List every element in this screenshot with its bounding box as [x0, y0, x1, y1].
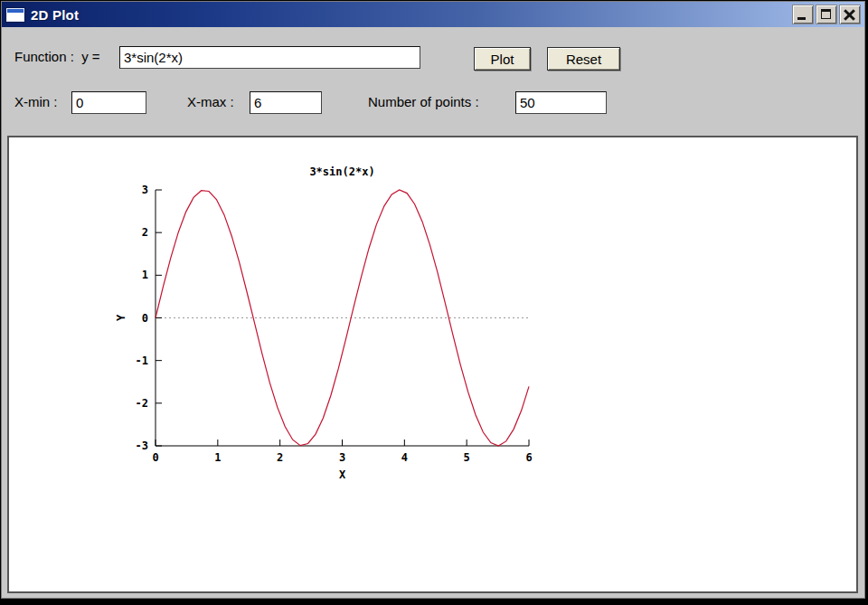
reset-button[interactable]: Reset: [547, 47, 620, 71]
close-icon: [840, 5, 860, 24]
xmin-label: X-min :: [14, 94, 58, 109]
x-axis-label: X: [339, 468, 346, 481]
chart-title: 3*sin(2*x): [309, 165, 374, 178]
x-tick-label: 4: [401, 451, 408, 464]
x-tick-label: 0: [152, 451, 158, 464]
points-label: Number of points :: [368, 94, 479, 109]
minimize-button[interactable]: [792, 5, 814, 24]
x-tick-label: 5: [464, 451, 470, 464]
plot-canvas: -3-2-1012301234563*sin(2*x)XY: [7, 136, 858, 593]
x-tick-label: 1: [214, 451, 221, 464]
y-tick-label: -2: [136, 397, 148, 410]
function-input[interactable]: [119, 46, 420, 69]
y-tick-label: 1: [142, 269, 148, 281]
plot-button[interactable]: Plot: [474, 47, 531, 71]
points-input[interactable]: [515, 91, 607, 114]
y-axis-label: Y: [115, 314, 127, 321]
xmax-input[interactable]: [250, 91, 322, 114]
x-tick-label: 6: [525, 451, 532, 464]
minimize-icon: [797, 17, 806, 20]
y-tick-label: 3: [142, 184, 148, 196]
function-label: Function : y =: [14, 49, 100, 64]
y-tick-label: -1: [136, 354, 148, 367]
xmax-label: X-max :: [187, 94, 234, 109]
maximize-button[interactable]: [816, 5, 837, 24]
maximize-icon: [821, 9, 831, 19]
titlebar-buttons: [792, 5, 861, 24]
y-tick-label: 2: [142, 226, 148, 239]
y-tick-label: -3: [136, 440, 148, 452]
window-title: 2D Plot: [31, 7, 792, 23]
app-window-icon-bar: [7, 9, 24, 13]
y-tick-label: 0: [142, 312, 148, 325]
titlebar[interactable]: 2D Plot: [2, 2, 864, 27]
app-window-icon: [5, 7, 25, 23]
x-tick-label: 2: [277, 451, 283, 464]
close-button[interactable]: [839, 5, 861, 24]
x-tick-label: 3: [339, 451, 345, 464]
function-plot: -3-2-1012301234563*sin(2*x)XY: [9, 137, 856, 591]
xmin-input[interactable]: [71, 91, 146, 114]
app-window: 2D Plot Function : y = Plot Reset X-min …: [1, 1, 865, 599]
